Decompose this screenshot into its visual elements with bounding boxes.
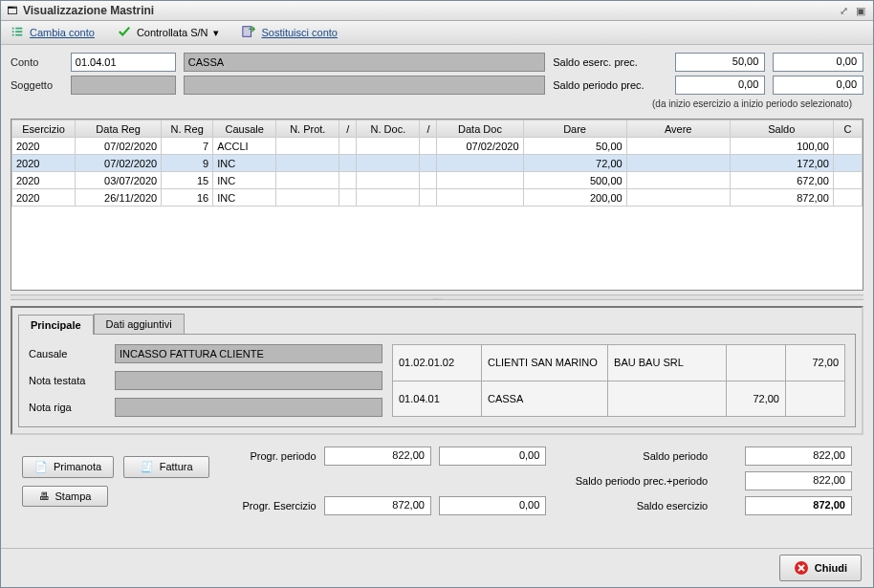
saldo-eserc-label: Saldo eserc. prec. [553,56,667,68]
grid-col-12[interactable]: C [833,120,862,138]
chiudi-label: Chiudi [815,562,847,574]
doc-icon: 📄 [34,461,48,473]
maximize-icon[interactable]: ▣ [854,4,867,17]
saldo-eserc-v: 872,00 [745,496,852,515]
primanota-label: Primanota [54,461,101,472]
progr-eserc-label: Progr. Esercizio [221,500,316,512]
saldo-pp-label: Saldo periodo prec.+periodo [554,475,708,487]
progr-eserc-v1: 872,00 [324,496,431,515]
saldo-periodo-v1: 0,00 [675,76,766,95]
print-icon: 🖶 [39,490,50,502]
causale-label: Causale [29,348,105,359]
nota-testata-input [115,371,382,390]
grid-col-2[interactable]: N. Reg [162,120,213,138]
saldo-periodo-label: Saldo periodo [554,450,708,462]
grid-col-7[interactable]: / [420,120,437,138]
list-icon [11,25,24,40]
window-title: Visualizzazione Mastrini [23,4,154,17]
table-row[interactable]: 202026/11/202016INC200,00872,00 [12,189,863,207]
saldo-eserc-label: Saldo esercizio [554,500,708,512]
table-row[interactable]: 202003/07/202015INC500,00672,00 [12,172,863,189]
controllata-button[interactable]: Controllata S/N ▾ [118,25,220,40]
detail-row: 01.04.01CASSA72,00 [393,381,845,417]
soggetto-desc-input [184,76,545,95]
main-grid[interactable]: EsercizioData RegN. RegCausaleN. Prot./N… [11,119,863,291]
svg-rect-0 [243,27,251,37]
conto-desc-input [184,53,545,72]
progr-periodo-v2: 0,00 [439,446,546,466]
grid-col-5[interactable]: / [339,120,357,138]
grid-col-11[interactable]: Saldo [730,120,833,138]
check-icon [118,25,131,40]
soggetto-label: Soggetto [11,79,63,91]
grid-col-9[interactable]: Dare [523,120,626,138]
stampa-label: Stampa [55,490,92,502]
table-row[interactable]: 202007/02/20209INC72,00172,00 [12,155,863,172]
grid-col-4[interactable]: N. Prot. [276,120,339,138]
table-row[interactable]: 202007/02/20207ACCLI07/02/202050,00100,0… [12,138,863,155]
toolbar: Cambia conto Controllata S/N ▾ Sostituis… [1,21,873,45]
invoice-icon: 🧾 [141,461,154,473]
fattura-label: Fattura [160,461,193,472]
detail-table: 01.02.01.02CLIENTI SAN MARINOBAU BAU SRL… [392,344,845,417]
conto-label: Conto [11,56,63,68]
saldo-eserc-v2: 0,00 [773,53,863,72]
titlebar: 🗔 Visualizzazione Mastrini ⤢ ▣ [1,1,873,21]
controllata-label: Controllata S/N [137,27,208,38]
replace-icon [242,25,255,40]
progr-eserc-v2: 0,00 [439,496,546,515]
nota-riga-input [115,398,382,417]
app-icon: 🗔 [7,5,17,16]
nota-testata-label: Nota testata [29,375,105,386]
grid-col-1[interactable]: Data Reg [76,120,162,138]
nota-riga-label: Nota riga [29,402,105,413]
saldo-periodo-v: 822,00 [745,446,852,466]
fattura-button[interactable]: 🧾 Fattura [123,456,209,478]
primanota-button[interactable]: 📄 Primanota [22,456,114,478]
detail-panel: Principale Dati aggiuntivi Causale Nota … [11,306,863,435]
conto-code-input[interactable] [71,53,176,72]
tab-dati-aggiuntivi[interactable]: Dati aggiuntivi [94,314,185,334]
grid-col-8[interactable]: Data Doc [437,120,523,138]
window: 🗔 Visualizzazione Mastrini ⤢ ▣ Cambia co… [0,0,874,588]
progr-periodo-label: Progr. periodo [221,450,316,462]
saldo-eserc-v1: 50,00 [675,53,766,72]
grid-col-6[interactable]: N. Doc. [357,120,420,138]
saldo-periodo-v2: 0,00 [773,76,863,95]
tab-principale[interactable]: Principale [18,315,94,335]
stampa-button[interactable]: 🖶 Stampa [22,486,108,507]
grid-col-3[interactable]: Causale [213,120,276,138]
saldo-pp-v: 822,00 [745,471,852,490]
chiudi-button[interactable]: Chiudi [779,555,862,581]
grid-col-0[interactable]: Esercizio [12,120,76,138]
cambia-conto-button[interactable]: Cambia conto [11,25,95,40]
cambia-conto-label: Cambia conto [30,27,95,38]
soggetto-code-input [71,76,176,95]
splitter[interactable]: ∙∙∙∙∙ [11,294,863,300]
detail-row: 01.02.01.02CLIENTI SAN MARINOBAU BAU SRL… [393,345,845,381]
restore-icon[interactable]: ⤢ [837,4,850,17]
dropdown-icon: ▾ [213,27,219,39]
sostituisci-conto-label: Sostituisci conto [261,27,337,38]
grid-col-10[interactable]: Avere [626,120,730,138]
saldo-periodo-label: Saldo periodo prec. [553,79,667,91]
sostituisci-conto-button[interactable]: Sostituisci conto [242,25,337,40]
hint-text: (da inizio esercizio a inizio periodo se… [11,98,863,109]
progr-periodo-v1: 822,00 [324,446,431,466]
close-icon [794,560,809,576]
causale-input [115,344,382,363]
